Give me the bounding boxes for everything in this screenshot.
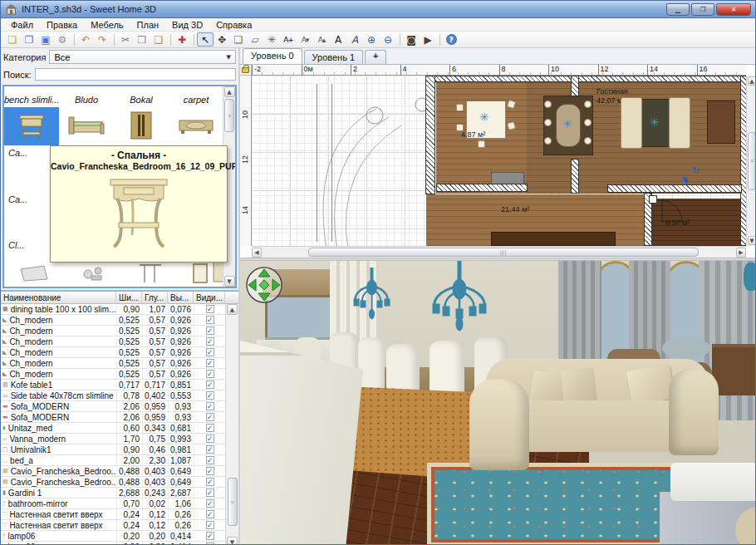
plan-horizontal-scrollbar[interactable]: ◀ ||| ▶ xyxy=(252,246,746,258)
visibility-checkbox[interactable]: ✓ xyxy=(206,370,214,378)
select-icon[interactable]: ↖ xyxy=(197,32,214,47)
add-level-button[interactable]: + xyxy=(365,50,386,64)
Настенная светит вверх[interactable]: ▽Настенная светит вверх 0,24 0,12 0,26 ✓ xyxy=(1,509,238,520)
visibility-checkbox[interactable]: ✓ xyxy=(206,402,214,410)
lamp06[interactable]: †lamp06 0,20 0,20 0,414 ✓ xyxy=(1,542,238,545)
visibility-checkbox[interactable]: ✓ xyxy=(206,532,214,540)
scroll-down-icon[interactable]: ▼ xyxy=(748,236,756,245)
scroll-left-icon[interactable]: ◀ xyxy=(252,248,262,258)
wall[interactable] xyxy=(436,184,528,192)
catalog-item-sideboard[interactable] xyxy=(169,107,223,145)
Ch_modern[interactable]: ◣Ch_modern 0,525 0,57 0,926 ✓ xyxy=(1,358,238,369)
preferences-icon[interactable]: ⚙ xyxy=(54,32,71,47)
visibility-checkbox[interactable]: ✓ xyxy=(206,467,214,475)
visibility-checkbox[interactable]: ✓ xyxy=(206,489,214,497)
plan-sofa[interactable] xyxy=(621,97,642,149)
plan-vertical-scrollbar[interactable]: ▲ ≡ ▼ xyxy=(746,76,756,246)
Vanna_modern[interactable]: ▱Vanna_modern 1,70 0,75 0,993 ✓ xyxy=(1,434,238,444)
chandelier-symbol[interactable]: ✳ xyxy=(479,110,489,124)
visibility-checkbox[interactable]: ✓ xyxy=(206,510,214,518)
furniture-list-scrollbar[interactable]: ▲ ≡ ▼ xyxy=(225,304,238,545)
plan-vscroll-thumb[interactable]: ≡ xyxy=(748,132,756,190)
catalog-item-selected[interactable] xyxy=(4,107,59,145)
rotation-indicator-icon[interactable]: ↻ xyxy=(692,165,700,176)
visibility-checkbox[interactable]: ✓ xyxy=(206,316,214,324)
column-header-visible[interactable]: Види... xyxy=(194,292,225,304)
Cavio_Francheska_Bedroo...[interactable]: ▤Cavio_Francheska_Bedroo... 0,488 0,403 … xyxy=(1,466,238,477)
Ch_modern[interactable]: ◣Ch_modern 0,525 0,57 0,926 ✓ xyxy=(1,336,238,347)
help-icon[interactable]: ? xyxy=(443,32,459,47)
add-furniture-icon[interactable]: ✚ xyxy=(174,32,190,47)
catalog-item-thumbnail[interactable] xyxy=(192,263,209,286)
Unitaz_med[interactable]: ◗Unitaz_med 0,60 0,343 0,681 ✓ xyxy=(1,423,238,434)
create-video-icon[interactable]: ▶ xyxy=(420,32,436,47)
scroll-up-icon[interactable]: ▲ xyxy=(227,304,238,315)
decrease-text-size-icon[interactable]: A▾ xyxy=(297,32,313,47)
Ch_modern[interactable]: ◣Ch_modern 0,525 0,57 0,926 ✓ xyxy=(1,315,238,326)
visibility-checkbox[interactable]: ✓ xyxy=(206,327,214,335)
view-3d[interactable] xyxy=(240,261,756,545)
Настенная светит вверх[interactable]: ▽Настенная светит вверх 0,24 0,12 0,26 ✓ xyxy=(1,520,238,531)
new-home-icon[interactable]: ❏ xyxy=(4,32,21,47)
bed_a[interactable]: ◡bed_a 2,00 2,30 1,087 ✓ xyxy=(1,455,238,466)
wall[interactable] xyxy=(425,76,435,194)
catalog-item-thumbnail[interactable] xyxy=(19,263,51,286)
Ch_modern[interactable]: ◣Ch_modern 0,525 0,57 0,926 ✓ xyxy=(1,347,238,358)
catalog-item-name[interactable]: Bludo xyxy=(59,95,114,105)
create-dimensions-icon[interactable]: ✳ xyxy=(263,32,280,47)
plan-console[interactable] xyxy=(707,101,735,144)
column-header-width[interactable]: Ши... xyxy=(116,292,142,304)
undo-icon[interactable]: ↶ xyxy=(77,32,94,47)
visibility-checkbox[interactable]: ✓ xyxy=(206,305,214,313)
wall[interactable] xyxy=(740,76,746,246)
redo-icon[interactable]: ↷ xyxy=(94,32,110,47)
wall[interactable] xyxy=(571,159,579,194)
cut-icon[interactable]: ✂ xyxy=(117,32,134,47)
menu-item[interactable]: Справка xyxy=(209,19,258,31)
list-scroll-thumb[interactable]: ≡ xyxy=(228,478,238,526)
catalog-item-bed[interactable] xyxy=(59,107,114,145)
dining table 100 x 100 slim...[interactable]: ▦dining table 100 x 100 slim... 0,90 1,0… xyxy=(1,304,238,315)
scroll-up-icon[interactable]: ▲ xyxy=(224,86,235,97)
catalog-item-cabinet[interactable] xyxy=(114,107,169,145)
chandelier-symbol[interactable]: ✳ xyxy=(650,115,660,129)
create-rooms-icon[interactable]: ▱ xyxy=(247,32,263,47)
italic-icon[interactable]: A xyxy=(346,32,363,47)
navigation-compass[interactable] xyxy=(245,266,283,304)
visibility-checkbox[interactable]: ✓ xyxy=(206,521,214,529)
menu-item[interactable]: Правка xyxy=(40,19,84,31)
Sofa_MODERN[interactable]: ▬Sofa_MODERN 2,06 0,959 0,93 ✓ xyxy=(1,401,238,412)
scroll-down-icon[interactable]: ▼ xyxy=(227,537,238,545)
save-home-icon[interactable]: ▣ xyxy=(37,32,54,47)
zoom-out-icon[interactable]: ⊖ xyxy=(380,32,396,47)
furniture-catalog[interactable]: bench slimli...BludoBokalcarpet Ca... Fr… xyxy=(2,85,237,288)
visibility-checkbox[interactable]: ✓ xyxy=(206,499,214,508)
catalog-item-name[interactable]: bench slimli... xyxy=(4,95,59,105)
visibility-checkbox[interactable]: ✓ xyxy=(206,337,214,346)
pan-icon[interactable]: ✥ xyxy=(214,32,230,47)
visibility-checkbox[interactable]: ✓ xyxy=(206,445,214,454)
increase-text-size-icon[interactable]: A▴ xyxy=(313,32,330,47)
category-combobox[interactable]: Все ▼ xyxy=(49,50,236,64)
wall[interactable] xyxy=(607,184,742,193)
visibility-checkbox[interactable]: ✓ xyxy=(206,359,214,367)
plan-sofa[interactable] xyxy=(669,97,690,149)
toolbar-icon[interactable] xyxy=(459,32,476,47)
column-header-height[interactable]: Вы... xyxy=(168,292,194,304)
Ch_modern[interactable]: ◣Ch_modern 0,525 0,57 0,926 ✓ xyxy=(1,326,238,336)
visibility-checkbox[interactable]: ✓ xyxy=(206,424,214,432)
catalog-item-name-partial[interactable]: Cl... xyxy=(8,240,25,250)
lock-base-plan-icon[interactable] xyxy=(242,67,249,73)
copy-icon[interactable]: ❒ xyxy=(134,32,150,47)
menu-item[interactable]: План xyxy=(130,19,166,31)
scroll-down-icon[interactable]: ▼ xyxy=(224,276,235,287)
catalog-item-name-partial[interactable]: Ca... xyxy=(8,148,27,158)
tab-level-0[interactable]: Уровень 0 xyxy=(243,48,302,64)
visibility-checkbox[interactable]: ✓ xyxy=(206,391,214,400)
scroll-right-icon[interactable]: ▶ xyxy=(736,248,746,258)
catalog-item-name[interactable]: carpet xyxy=(169,95,223,105)
catalog-scroll-thumb[interactable]: ≡ xyxy=(224,99,234,132)
Cavio_Francheska_Bedroo...[interactable]: ▤Cavio_Francheska_Bedroo... 0,488 0,403 … xyxy=(1,477,238,488)
restore-button[interactable]: ❐ xyxy=(691,3,714,16)
column-header-name[interactable]: Наименование xyxy=(1,292,116,304)
